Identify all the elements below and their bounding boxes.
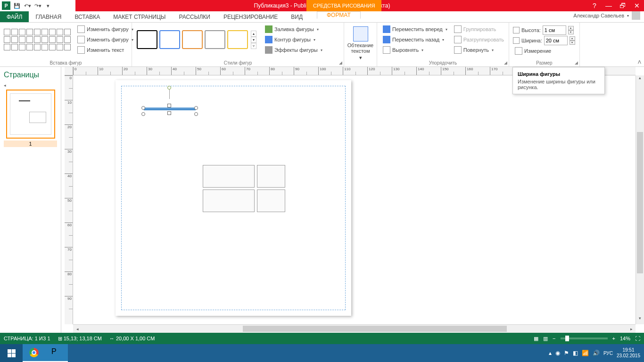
zoom-slider[interactable] bbox=[561, 337, 608, 339]
scroll-down-icon[interactable]: ▾ bbox=[636, 316, 644, 324]
tray-app-icon[interactable]: ◉ bbox=[555, 350, 560, 356]
tab-format[interactable]: ФОРМАТ bbox=[317, 11, 361, 19]
user-name: Александр Савельев bbox=[573, 13, 624, 18]
edit-text-button[interactable]: Изменить текст bbox=[75, 45, 135, 55]
page-thumbnail[interactable] bbox=[6, 90, 55, 139]
gallery-up-icon[interactable]: ▴ bbox=[251, 31, 256, 37]
dialog-launcher-icon[interactable]: ◢ bbox=[504, 60, 507, 65]
tab-view[interactable]: ВИД bbox=[284, 11, 309, 22]
shape-styles-gallery[interactable]: ▴ ▾ ▿ bbox=[136, 29, 256, 50]
shape-fill-button[interactable]: Заливка фигуры▾ bbox=[263, 25, 324, 34]
resize-handle[interactable] bbox=[167, 111, 171, 115]
shape-outline-button[interactable]: Контур фигуры▾ bbox=[263, 35, 324, 44]
clock[interactable]: 19:51 23.02.2015 bbox=[617, 347, 640, 359]
vertical-scrollbar[interactable]: ▴ ▾ bbox=[636, 75, 644, 324]
collapse-pages-icon[interactable]: ◂ bbox=[4, 83, 57, 88]
effects-icon bbox=[265, 46, 272, 54]
redo-icon[interactable]: ↷▾ bbox=[34, 2, 41, 9]
measurement-icon bbox=[515, 47, 522, 55]
scroll-right-icon[interactable]: ▸ bbox=[627, 325, 636, 333]
resize-handle[interactable] bbox=[194, 106, 198, 110]
tab-home[interactable]: ГЛАВНАЯ bbox=[29, 11, 68, 22]
fit-page-icon[interactable]: ⛶ bbox=[635, 336, 640, 341]
resize-handle[interactable] bbox=[141, 106, 145, 110]
edit-shape-button[interactable]: Изменить фигуру▾ bbox=[75, 25, 135, 34]
gallery-down-icon[interactable]: ▾ bbox=[251, 37, 256, 43]
view-two-page-icon[interactable]: ▥ bbox=[543, 336, 548, 342]
scroll-thumb[interactable] bbox=[637, 132, 643, 273]
restore-icon[interactable]: 🗗 bbox=[618, 2, 628, 9]
shape-effects-button[interactable]: Эффекты фигуры▾ bbox=[263, 45, 324, 55]
wrap-text-icon bbox=[353, 26, 368, 41]
status-position: ⊞ 15,13; 13,18 СМ bbox=[58, 336, 102, 342]
help-icon[interactable]: ? bbox=[589, 2, 600, 9]
window-controls: ? — 🗗 ✕ bbox=[589, 0, 642, 11]
title-bar: P 💾 ↶▾ ↷▾ ▾ Публикация3 - Publisher (Сбо… bbox=[0, 0, 644, 11]
taskbar-publisher[interactable]: P bbox=[45, 344, 68, 362]
align-icon bbox=[383, 46, 390, 54]
scroll-up-icon[interactable]: ▴ bbox=[636, 75, 644, 84]
bring-forward-button[interactable]: Переместить вперед▾ bbox=[381, 25, 449, 34]
car-image[interactable] bbox=[203, 165, 288, 217]
height-input[interactable] bbox=[543, 25, 566, 35]
undo-icon[interactable]: ↶▾ bbox=[24, 2, 31, 9]
dialog-launcher-icon[interactable]: ◢ bbox=[575, 60, 578, 65]
rotate-handle[interactable] bbox=[167, 86, 171, 90]
network-icon[interactable]: 📶 bbox=[582, 350, 589, 356]
rotate-button[interactable]: Повернуть▾ bbox=[452, 45, 506, 55]
shapes-gallery[interactable] bbox=[4, 29, 71, 50]
tab-mailings[interactable]: РАССЫЛКИ bbox=[173, 11, 217, 22]
resize-handle[interactable] bbox=[194, 112, 198, 116]
page-thumb-number: 1 bbox=[4, 140, 57, 147]
horizontal-scrollbar[interactable]: ◂ ▸ bbox=[73, 324, 636, 333]
height-spinner[interactable]: ▴▾ bbox=[568, 26, 574, 34]
vertical-ruler[interactable]: 0102030405060708090 bbox=[65, 75, 73, 324]
language-indicator[interactable]: РУС bbox=[603, 351, 613, 356]
tab-review[interactable]: РЕЦЕНЗИРОВАНИЕ bbox=[217, 11, 284, 22]
start-button[interactable] bbox=[0, 344, 23, 362]
align-button[interactable]: Выровнять▾ bbox=[381, 45, 449, 55]
system-tray: ▴ ◉ ⚑ ◧ 📶 🔊 РУС 19:51 23.02.2015 bbox=[549, 347, 644, 359]
view-single-icon[interactable]: ▦ bbox=[534, 336, 538, 342]
zoom-out-icon[interactable]: − bbox=[553, 336, 555, 341]
save-icon[interactable]: 💾 bbox=[13, 2, 21, 9]
height-icon bbox=[513, 27, 520, 33]
volume-icon[interactable]: 🔊 bbox=[593, 350, 600, 356]
action-center-icon[interactable]: ⚑ bbox=[564, 350, 569, 356]
dialog-launcher-icon[interactable]: ◢ bbox=[339, 60, 342, 65]
change-shape-button[interactable]: Изменить фигуру▾ bbox=[75, 35, 135, 44]
user-account[interactable]: Александр Савельев ▾ bbox=[573, 11, 640, 20]
ungroup-icon bbox=[454, 36, 462, 43]
tab-page-layout[interactable]: МАКЕТ СТРАНИЦЫ bbox=[107, 11, 172, 22]
send-backward-button[interactable]: Переместить назад▾ bbox=[381, 35, 449, 44]
qat-customize-icon[interactable]: ▾ bbox=[44, 2, 52, 9]
zoom-level[interactable]: 14% bbox=[620, 336, 630, 341]
close-icon[interactable]: ✕ bbox=[632, 2, 642, 9]
measurement-button[interactable]: Измерение bbox=[513, 46, 576, 56]
resize-handle[interactable] bbox=[141, 112, 145, 116]
send-backward-icon bbox=[383, 36, 390, 43]
width-input[interactable] bbox=[544, 36, 568, 45]
tab-insert[interactable]: ВСТАВКА bbox=[68, 11, 107, 22]
edit-text-icon bbox=[77, 46, 85, 54]
tray-up-icon[interactable]: ▴ bbox=[549, 350, 552, 356]
resize-handle[interactable] bbox=[167, 104, 171, 107]
height-label: Высота: bbox=[521, 27, 541, 33]
width-spinner[interactable]: ▴▾ bbox=[570, 36, 575, 45]
zoom-in-icon[interactable]: + bbox=[612, 336, 615, 341]
tray-app-icon[interactable]: ◧ bbox=[573, 350, 578, 356]
canvas-area[interactable] bbox=[73, 75, 636, 324]
width-icon bbox=[513, 37, 520, 44]
selected-shape[interactable] bbox=[144, 99, 196, 113]
taskbar-chrome[interactable] bbox=[23, 344, 45, 362]
minimize-icon[interactable]: — bbox=[603, 2, 614, 9]
page[interactable] bbox=[116, 80, 351, 316]
tab-file[interactable]: ФАЙЛ bbox=[0, 11, 29, 22]
status-page[interactable]: СТРАНИЦА: 1 ИЗ 1 bbox=[4, 336, 50, 341]
collapse-ribbon-icon[interactable]: ᐱ bbox=[638, 59, 641, 65]
scroll-left-icon[interactable]: ◂ bbox=[73, 325, 82, 333]
wrap-text-button[interactable]: Обтекание текстом ▾ bbox=[348, 25, 373, 63]
gallery-more-icon[interactable]: ▿ bbox=[251, 43, 256, 49]
tooltip-body: Изменение ширины фигуры или рисунка. bbox=[518, 79, 600, 90]
scroll-thumb[interactable] bbox=[243, 326, 507, 332]
